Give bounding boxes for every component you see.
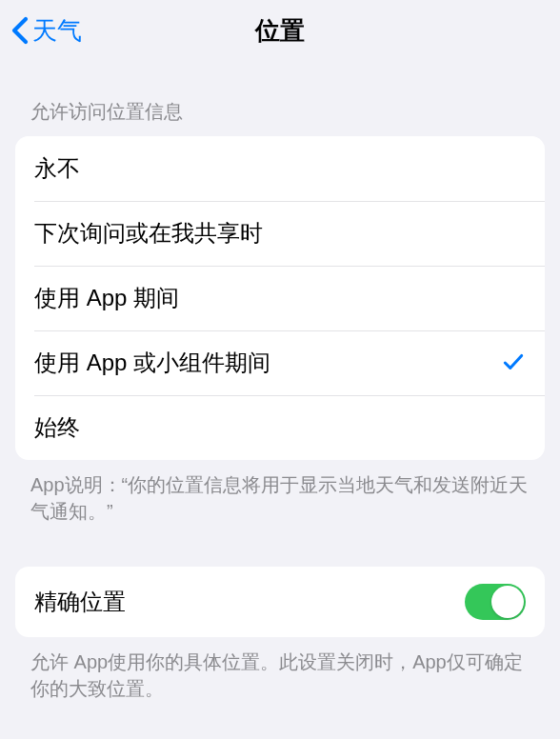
option-label: 永不 [34, 153, 526, 184]
option-label: 使用 App 期间 [34, 283, 526, 313]
option-label: 始终 [34, 412, 526, 443]
option-label: 使用 App 或小组件期间 [34, 348, 501, 378]
back-button[interactable]: 天气 [8, 10, 86, 51]
precise-location-label: 精确位置 [34, 587, 465, 617]
location-option-while-using-app[interactable]: 使用 App 期间 [15, 266, 545, 330]
back-label: 天气 [32, 14, 82, 48]
location-option-ask-next-time[interactable]: 下次询问或在我共享时 [15, 201, 545, 266]
precise-location-toggle[interactable] [465, 584, 526, 620]
precise-location-row[interactable]: 精确位置 [15, 567, 545, 637]
precise-location-footer: 允许 App使用你的具体位置。此设置关闭时，App仅可确定你的大致位置。 [0, 637, 560, 702]
toggle-knob [491, 586, 524, 618]
option-label: 下次询问或在我共享时 [34, 218, 526, 249]
location-access-header: 允许访问位置信息 [0, 61, 560, 136]
location-access-group: 永不 下次询问或在我共享时 使用 App 期间 使用 App 或小组件期间 始终 [15, 136, 545, 460]
precise-location-group: 精确位置 [15, 567, 545, 637]
location-option-always[interactable]: 始终 [15, 395, 545, 460]
chevron-left-icon [11, 16, 29, 45]
checkmark-icon [501, 350, 526, 375]
location-option-while-using-app-or-widgets[interactable]: 使用 App 或小组件期间 [15, 330, 545, 395]
nav-bar: 天气 位置 [0, 0, 560, 61]
page-title: 位置 [255, 14, 305, 48]
location-option-never[interactable]: 永不 [15, 136, 545, 201]
location-access-footer: App说明：“你的位置信息将用于显示当地天气和发送附近天气通知。” [0, 460, 560, 525]
